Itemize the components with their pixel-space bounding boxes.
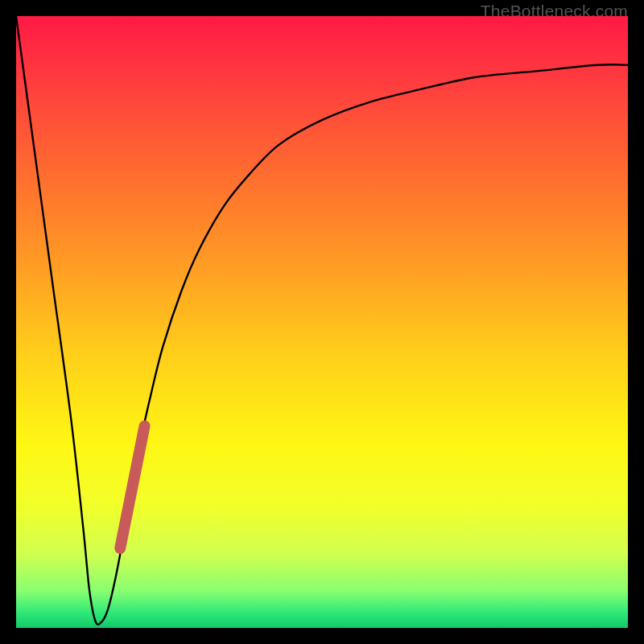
chart-outer-frame: TheBottleneck.com <box>0 0 644 644</box>
gradient-background <box>16 16 628 628</box>
plot-area <box>16 16 628 628</box>
plot-svg <box>16 16 628 628</box>
